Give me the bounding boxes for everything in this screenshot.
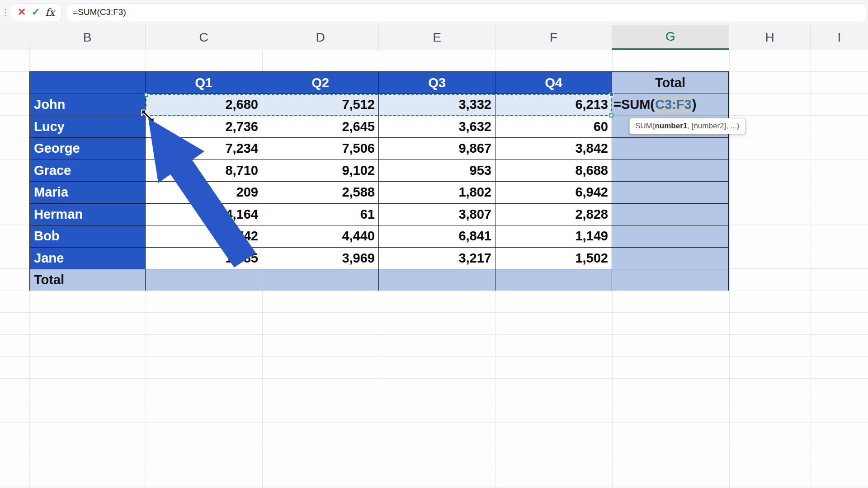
enter-icon[interactable]: ✓ (32, 6, 40, 18)
cell-g2[interactable]: Total (612, 72, 728, 94)
cell-c8[interactable]: 4,164 (146, 204, 262, 225)
formula-range-reference: C3:F3 (655, 97, 692, 113)
toolbar-grip-icon[interactable]: ⋮ (1, 6, 10, 18)
cell-f7[interactable]: 6,942 (495, 182, 612, 203)
cell-e6[interactable]: 953 (379, 160, 495, 182)
cell-g9[interactable] (612, 225, 728, 247)
cell-f6[interactable]: 8,688 (495, 160, 612, 182)
cell-f4[interactable]: 60 (495, 116, 612, 138)
cell-f3[interactable]: 6,213 (495, 94, 612, 116)
cell-f11[interactable] (495, 269, 612, 291)
formula-button-group: ✕ ✓ fx (11, 3, 61, 21)
cell-e9[interactable]: 6,841 (379, 225, 495, 247)
table-row: George 7,234 7,506 9,867 3,842 (30, 138, 728, 160)
cell-e10[interactable]: 3,217 (379, 248, 495, 269)
cell-d6[interactable]: 9,102 (262, 160, 379, 182)
cell-g5[interactable] (612, 138, 728, 160)
cell-f10[interactable]: 1,502 (495, 248, 612, 269)
cell-d5[interactable]: 7,506 (262, 138, 379, 160)
cell-c11[interactable] (146, 269, 262, 291)
tooltip-fn: SUM( (635, 122, 655, 131)
cell-d2[interactable]: Q2 (262, 72, 379, 94)
cell-d11[interactable] (262, 269, 379, 291)
cell-c9[interactable]: 8,742 (146, 225, 262, 247)
cell-f9[interactable]: 1,149 (495, 225, 612, 247)
formula-toolbar: ⋮ ✕ ✓ fx =SUM(C3:F3) (0, 0, 868, 25)
cell-c2[interactable]: Q1 (146, 72, 262, 94)
cell-d8[interactable]: 61 (262, 204, 379, 225)
table-row: Bob 8,742 4,440 6,841 1,149 (30, 225, 728, 248)
cell-c10[interactable]: 1,585 (146, 248, 262, 269)
cell-d7[interactable]: 2,588 (262, 182, 379, 203)
cell-g10[interactable] (612, 248, 728, 269)
column-header-h[interactable]: H (729, 25, 811, 50)
cell-f2[interactable]: Q4 (495, 72, 612, 94)
cell-b7[interactable]: Maria (30, 182, 146, 203)
insert-function-icon[interactable]: fx (45, 7, 55, 18)
cell-e2[interactable]: Q3 (379, 72, 495, 94)
grid-line (729, 50, 730, 488)
table-total-row: Total (30, 269, 728, 291)
column-header-f[interactable]: F (495, 25, 612, 50)
tooltip-rest: , [number2], ...) (687, 122, 739, 131)
cell-b11[interactable]: Total (30, 269, 146, 291)
function-hint-tooltip: SUM(number1, [number2], ...) (629, 118, 745, 134)
cell-e7[interactable]: 1,802 (379, 182, 495, 203)
column-header-c[interactable]: C (146, 25, 262, 50)
cell-g7[interactable] (612, 182, 728, 203)
cell-b10[interactable]: Jane (30, 248, 146, 269)
column-header-a[interactable] (0, 25, 29, 50)
cell-c5[interactable]: 7,234 (146, 138, 262, 160)
cell-e5[interactable]: 9,867 (379, 138, 495, 160)
cell-b9[interactable]: Bob (30, 225, 146, 247)
cell-c3[interactable]: 2,680 (146, 94, 262, 116)
cell-b5[interactable]: George (30, 138, 146, 160)
table-row: Herman 4,164 61 3,807 2,828 (30, 204, 728, 226)
column-header-d[interactable]: D (262, 25, 379, 50)
cell-e4[interactable]: 3,632 (379, 116, 495, 138)
table-row: Grace 8,710 9,102 953 8,688 (30, 160, 728, 182)
cell-e3[interactable]: 3,332 (379, 94, 495, 116)
cell-e8[interactable]: 3,807 (379, 204, 495, 225)
grid-line (811, 50, 811, 488)
cell-d9[interactable]: 4,440 (262, 225, 379, 247)
cell-g6[interactable] (612, 160, 728, 182)
table-row: John 2,680 7,512 3,332 6,213 =SUM(C3:F3) (30, 94, 728, 116)
cell-b2[interactable] (30, 72, 146, 94)
formula-input[interactable]: =SUM(C3:F3) (66, 3, 866, 21)
column-header-i[interactable]: I (811, 25, 868, 50)
cell-g8[interactable] (612, 204, 728, 225)
cell-b4[interactable]: Lucy (30, 116, 146, 138)
formula-suffix: ) (692, 97, 697, 112)
cell-d4[interactable]: 2,645 (262, 116, 379, 138)
sales-table: Q1 Q2 Q3 Q4 Total John 2,680 7,512 3,332… (29, 71, 729, 291)
column-header-e[interactable]: E (379, 25, 495, 50)
column-header-b[interactable]: B (29, 25, 146, 50)
cell-b6[interactable]: Grace (30, 160, 146, 182)
cell-g3-formula-edit[interactable]: =SUM(C3:F3) (612, 94, 728, 116)
column-headers: B C D E F G H I (0, 25, 868, 50)
cell-c6[interactable]: 8,710 (146, 160, 262, 182)
excel-window: ⋮ ✕ ✓ fx =SUM(C3:F3) B C D E F G H I Q1 … (0, 0, 868, 488)
cell-c7[interactable]: 209 (146, 182, 262, 203)
formula-text: =SUM(C3:F3) (73, 7, 126, 17)
cell-d10[interactable]: 3,969 (262, 248, 379, 269)
cell-f8[interactable]: 2,828 (495, 204, 612, 225)
formula-prefix: =SUM( (613, 97, 655, 112)
cell-d3[interactable]: 7,512 (262, 94, 379, 116)
column-header-g-active[interactable]: G (612, 25, 729, 50)
cell-g11[interactable] (612, 269, 728, 291)
cell-e11[interactable] (379, 269, 495, 291)
table-header-row: Q1 Q2 Q3 Q4 Total (30, 72, 728, 94)
tooltip-arg1: number1 (655, 122, 687, 131)
table-row: Maria 209 2,588 1,802 6,942 (30, 182, 728, 204)
table-row: Lucy 2,736 2,645 3,632 60 (30, 116, 728, 138)
cell-b3[interactable]: John (30, 94, 146, 116)
cell-b8[interactable]: Herman (30, 204, 146, 225)
cell-f5[interactable]: 3,842 (495, 138, 612, 160)
cell-c4[interactable]: 2,736 (146, 116, 262, 138)
cancel-icon[interactable]: ✕ (18, 6, 26, 18)
table-row: Jane 1,585 3,969 3,217 1,502 (30, 248, 728, 270)
